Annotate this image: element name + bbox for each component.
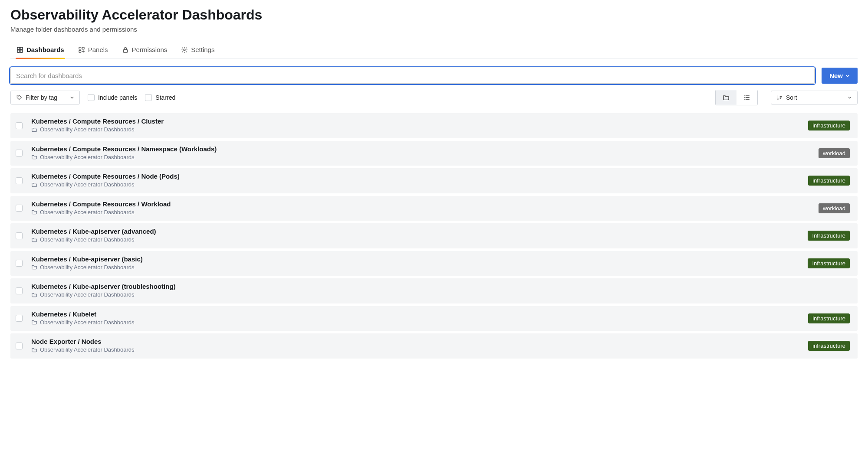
row-main: Kubernetes / Compute Resources / Namespa… <box>31 145 812 162</box>
list-icon <box>743 94 750 101</box>
folder-name: Observability Accelerator Dashboards <box>40 319 135 326</box>
dashboard-row[interactable]: Kubernetes / Compute Resources / Workloa… <box>10 196 858 221</box>
row-checkbox[interactable] <box>16 315 23 322</box>
chevron-down-icon <box>848 95 852 100</box>
row-checkbox[interactable] <box>16 150 23 157</box>
dashboard-title[interactable]: Kubernetes / Kube-apiserver (basic) <box>31 255 802 263</box>
dashboard-folder[interactable]: Observability Accelerator Dashboards <box>31 291 135 298</box>
tab-panels[interactable]: Panels <box>77 42 109 59</box>
folder-icon <box>31 182 37 188</box>
checkbox-icon <box>145 94 152 101</box>
view-folders-button[interactable] <box>716 90 736 105</box>
row-checkbox[interactable] <box>16 260 23 267</box>
row-main: Kubernetes / Compute Resources / Workloa… <box>31 200 812 217</box>
dashboard-folder[interactable]: Observability Accelerator Dashboards <box>31 209 135 215</box>
starred-checkbox[interactable]: Starred <box>145 94 175 101</box>
row-checkbox[interactable] <box>16 232 23 239</box>
dashboard-row[interactable]: Kubernetes / Kube-apiserver (basic)Obser… <box>10 251 858 276</box>
folder-icon <box>31 209 37 215</box>
dashboard-title[interactable]: Kubernetes / Compute Resources / Node (P… <box>31 173 802 180</box>
lock-icon <box>122 46 129 53</box>
row-main: Kubernetes / Kube-apiserver (advanced)Ob… <box>31 228 802 244</box>
dashboard-row[interactable]: Kubernetes / Compute Resources / Cluster… <box>10 113 858 138</box>
dashboard-title[interactable]: Kubernetes / Kube-apiserver (advanced) <box>31 228 802 235</box>
svg-rect-2 <box>17 50 20 52</box>
dashboards-icon <box>16 46 23 53</box>
view-list-button[interactable] <box>736 90 757 105</box>
row-tags: infrastructure <box>808 176 850 186</box>
svg-point-8 <box>184 49 185 51</box>
folder-icon <box>31 347 37 353</box>
row-main: Kubernetes / KubeletObservability Accele… <box>31 310 802 327</box>
dashboard-row[interactable]: Kubernetes / Kube-apiserver (troubleshoo… <box>10 278 858 303</box>
row-checkbox[interactable] <box>16 177 23 184</box>
folder-icon <box>31 127 37 133</box>
dashboard-title[interactable]: Kubernetes / Kubelet <box>31 310 802 318</box>
tab-label: Panels <box>88 46 108 53</box>
include-panels-checkbox[interactable]: Include panels <box>88 94 137 101</box>
row-main: Kubernetes / Compute Resources / Cluster… <box>31 117 802 134</box>
include-panels-label: Include panels <box>98 94 137 101</box>
folder-icon <box>723 94 730 101</box>
folder-name: Observability Accelerator Dashboards <box>40 181 135 188</box>
sort-icon <box>776 95 783 101</box>
svg-rect-5 <box>82 47 84 49</box>
sort-dropdown[interactable]: Sort <box>771 91 858 104</box>
filter-by-tag-dropdown[interactable]: Filter by tag <box>10 91 80 104</box>
gear-icon <box>181 46 188 53</box>
dashboard-row[interactable]: Kubernetes / KubeletObservability Accele… <box>10 306 858 331</box>
dashboard-folder[interactable]: Observability Accelerator Dashboards <box>31 154 135 160</box>
dashboard-title[interactable]: Kubernetes / Compute Resources / Cluster <box>31 117 802 125</box>
row-checkbox[interactable] <box>16 205 23 212</box>
view-toggle <box>715 90 758 105</box>
tag-workload[interactable]: workload <box>819 148 850 158</box>
tag-workload[interactable]: workload <box>819 203 850 213</box>
row-checkbox[interactable] <box>16 122 23 129</box>
new-button-label: New <box>829 72 843 79</box>
tab-settings[interactable]: Settings <box>180 42 215 59</box>
tab-permissions[interactable]: Permissions <box>121 42 168 59</box>
tag-infrastructure[interactable]: Infrastructure <box>808 231 850 241</box>
tag-infrastructure[interactable]: Infrastructure <box>808 258 850 268</box>
page-subtitle: Manage folder dashboards and permissions <box>10 26 858 33</box>
dashboard-folder[interactable]: Observability Accelerator Dashboards <box>31 319 135 326</box>
dashboard-folder[interactable]: Observability Accelerator Dashboards <box>31 236 135 243</box>
folder-icon <box>31 237 37 243</box>
tab-label: Settings <box>191 46 214 53</box>
tag-infrastructure[interactable]: infrastructure <box>808 176 850 186</box>
dashboard-folder[interactable]: Observability Accelerator Dashboards <box>31 126 135 133</box>
dashboard-title[interactable]: Kubernetes / Kube-apiserver (troubleshoo… <box>31 283 844 290</box>
folder-name: Observability Accelerator Dashboards <box>40 126 135 133</box>
dashboard-title[interactable]: Node Exporter / Nodes <box>31 338 802 345</box>
dashboard-row[interactable]: Kubernetes / Compute Resources / Node (P… <box>10 168 858 193</box>
dashboard-row[interactable]: Kubernetes / Compute Resources / Namespa… <box>10 141 858 166</box>
dashboard-folder[interactable]: Observability Accelerator Dashboards <box>31 181 135 188</box>
folder-name: Observability Accelerator Dashboards <box>40 209 135 215</box>
tab-dashboards[interactable]: Dashboards <box>16 42 65 59</box>
folder-name: Observability Accelerator Dashboards <box>40 154 135 160</box>
dashboard-title[interactable]: Kubernetes / Compute Resources / Workloa… <box>31 200 812 208</box>
row-tags: infrastructure <box>808 121 850 130</box>
dashboard-title[interactable]: Kubernetes / Compute Resources / Namespa… <box>31 145 812 153</box>
dashboard-folder[interactable]: Observability Accelerator Dashboards <box>31 264 135 271</box>
svg-rect-3 <box>20 50 23 52</box>
svg-rect-1 <box>20 47 23 49</box>
tag-infrastructure[interactable]: infrastructure <box>808 121 850 130</box>
dashboard-folder[interactable]: Observability Accelerator Dashboards <box>31 346 135 353</box>
new-button[interactable]: New <box>822 68 858 84</box>
page-title: Observability Accelerator Dashboards <box>10 7 858 23</box>
svg-rect-7 <box>123 49 127 52</box>
row-tags: workload <box>819 203 850 213</box>
tag-infrastructure[interactable]: infrastructure <box>808 313 850 323</box>
folder-name: Observability Accelerator Dashboards <box>40 236 135 243</box>
search-input[interactable] <box>10 68 815 84</box>
svg-rect-6 <box>79 50 81 52</box>
row-checkbox[interactable] <box>16 343 23 349</box>
tag-infrastructure[interactable]: infrastructure <box>808 341 850 351</box>
svg-rect-4 <box>79 47 81 49</box>
dashboard-row[interactable]: Node Exporter / NodesObservability Accel… <box>10 333 858 359</box>
row-main: Kubernetes / Kube-apiserver (basic)Obser… <box>31 255 802 272</box>
row-checkbox[interactable] <box>16 287 23 294</box>
dashboard-row[interactable]: Kubernetes / Kube-apiserver (advanced)Ob… <box>10 223 858 248</box>
chevron-down-icon <box>70 95 74 100</box>
